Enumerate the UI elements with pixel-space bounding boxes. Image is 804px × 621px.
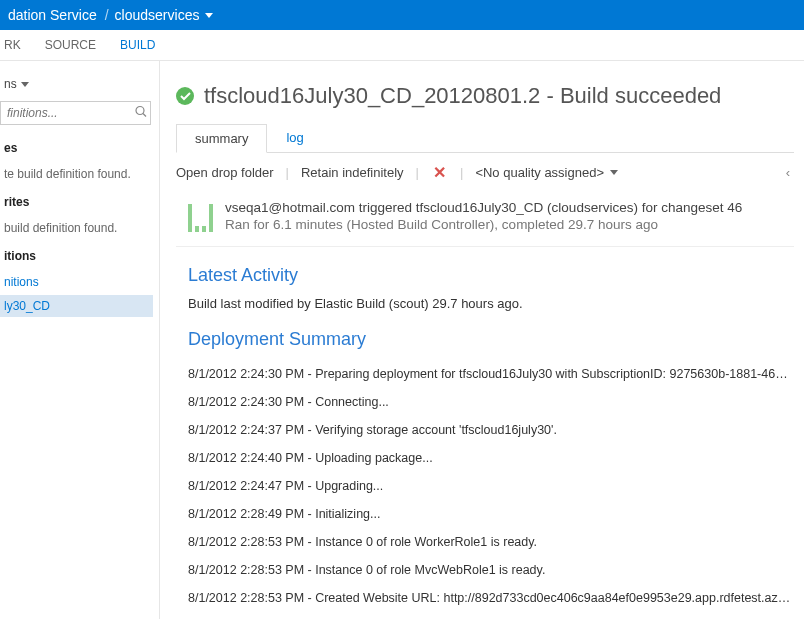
sidebar-item-selected-build[interactable]: ly30_CD xyxy=(0,295,153,317)
tab-log[interactable]: log xyxy=(267,123,322,152)
nav-tab-row: RK SOURCE BUILD xyxy=(0,30,804,61)
sidebar-empty-msg-1: te build definition found. xyxy=(0,161,153,187)
quality-label: <No quality assigned> xyxy=(475,165,604,180)
sidebar-heading-favorites: rites xyxy=(0,187,153,215)
build-title-row: tfscloud16July30_CD_20120801.2 - Build s… xyxy=(176,83,794,109)
chevron-down-icon xyxy=(21,82,29,87)
deployment-log-line: 8/1/2012 2:28:53 PM - Complete. xyxy=(188,612,794,619)
page-title: tfscloud16July30_CD_20120801.2 - Build s… xyxy=(204,83,721,109)
search-icon[interactable] xyxy=(135,106,147,121)
latest-activity-heading: Latest Activity xyxy=(188,265,794,286)
triggered-by-line: vseqa1@hotmail.com triggered tfscloud16J… xyxy=(225,200,742,215)
deployment-log-line: 8/1/2012 2:24:30 PM - Preparing deployme… xyxy=(188,360,794,388)
sidebar: ns es te build definition found. rites b… xyxy=(0,61,160,619)
svg-line-1 xyxy=(143,114,146,117)
sidebar-heading-queues: es xyxy=(0,133,153,161)
deployment-log-line: 8/1/2012 2:24:40 PM - Uploading package.… xyxy=(188,444,794,472)
sidebar-scope-label: ns xyxy=(4,77,17,91)
tab-source[interactable]: SOURCE xyxy=(45,38,96,52)
breadcrumb-service[interactable]: dation Service xyxy=(0,7,105,23)
chevron-down-icon xyxy=(205,13,213,18)
sidebar-item-all-definitions[interactable]: nitions xyxy=(0,269,153,295)
search-wrap xyxy=(0,101,151,125)
quality-dropdown[interactable]: <No quality assigned> xyxy=(475,165,618,180)
build-summary-text: vseqa1@hotmail.com triggered tfscloud16J… xyxy=(225,200,742,232)
sidebar-empty-msg-2: build definition found. xyxy=(0,215,153,241)
main-panel: tfscloud16July30_CD_20120801.2 - Build s… xyxy=(160,61,804,619)
svg-point-0 xyxy=(136,107,144,115)
delete-icon[interactable]: ✕ xyxy=(431,163,448,182)
project-dropdown[interactable]: cloudservices xyxy=(109,7,220,23)
deployment-log-line: 8/1/2012 2:24:47 PM - Upgrading... xyxy=(188,472,794,500)
search-input[interactable] xyxy=(0,101,151,125)
separator: | xyxy=(410,165,425,180)
chevron-down-icon xyxy=(610,170,618,175)
open-drop-folder-link[interactable]: Open drop folder xyxy=(176,165,274,180)
deployment-log-line: 8/1/2012 2:28:53 PM - Instance 0 of role… xyxy=(188,556,794,584)
sidebar-scope-dropdown[interactable]: ns xyxy=(0,71,153,97)
nav-prev-icon[interactable]: ‹ xyxy=(782,165,794,180)
retain-indefinitely-link[interactable]: Retain indefinitely xyxy=(301,165,404,180)
action-bar: Open drop folder | Retain indefinitely |… xyxy=(176,153,794,192)
build-summary-block: vseqa1@hotmail.com triggered tfscloud16J… xyxy=(176,192,794,247)
separator: | xyxy=(454,165,469,180)
sidebar-heading-definitions: itions xyxy=(0,241,153,269)
deployment-log-line: 8/1/2012 2:28:53 PM - Instance 0 of role… xyxy=(188,528,794,556)
tab-build[interactable]: BUILD xyxy=(120,38,155,52)
tab-summary[interactable]: summary xyxy=(176,124,267,153)
run-duration-line: Ran for 6.1 minutes (Hosted Build Contro… xyxy=(225,217,742,232)
deployment-log-line: 8/1/2012 2:28:49 PM - Initializing... xyxy=(188,500,794,528)
subtab-row: summary log xyxy=(176,123,794,153)
content-area: ns es te build definition found. rites b… xyxy=(0,61,804,619)
latest-activity-body: Build last modified by Elastic Build (sc… xyxy=(188,296,794,311)
deployment-log-line: 8/1/2012 2:24:30 PM - Connecting... xyxy=(188,388,794,416)
project-name: cloudservices xyxy=(115,7,200,23)
success-icon xyxy=(176,87,194,105)
separator: | xyxy=(280,165,295,180)
deployment-summary-heading: Deployment Summary xyxy=(188,329,794,350)
header-bar: dation Service / cloudservices xyxy=(0,0,804,30)
deployment-log-line: 8/1/2012 2:28:53 PM - Created Website UR… xyxy=(188,584,794,612)
deployment-log-line: 8/1/2012 2:24:37 PM - Verifying storage … xyxy=(188,416,794,444)
tab-work[interactable]: RK xyxy=(4,38,21,52)
deployment-list: 8/1/2012 2:24:30 PM - Preparing deployme… xyxy=(188,360,794,619)
build-duration-bars xyxy=(188,200,213,232)
